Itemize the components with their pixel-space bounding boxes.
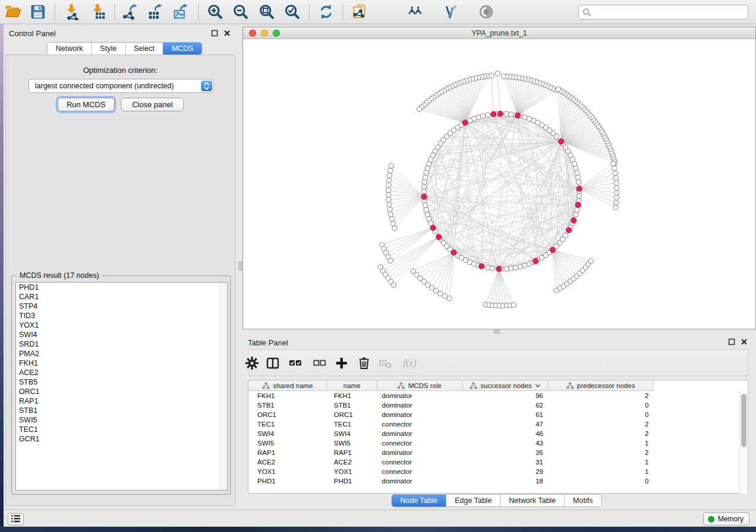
- tab-mcds[interactable]: MCDS: [163, 43, 202, 55]
- tab-motifs[interactable]: Motifs: [564, 495, 601, 507]
- main-toolbar: [0, 0, 756, 24]
- mcds-result-item[interactable]: STB1: [16, 406, 227, 415]
- deselect-all-button[interactable]: [311, 355, 328, 373]
- vertical-splitter[interactable]: [238, 24, 243, 509]
- tab-select[interactable]: Select: [126, 43, 164, 55]
- memory-button[interactable]: Memory: [703, 512, 749, 525]
- mcds-result-item[interactable]: FKH1: [16, 358, 227, 368]
- table-row[interactable]: YOX1YOX1connector291: [248, 467, 748, 476]
- refresh-view-button[interactable]: [317, 3, 336, 22]
- mcds-result-item[interactable]: PMA2: [16, 349, 227, 358]
- table-cell: YOX1: [327, 467, 377, 476]
- control-panel-close-button[interactable]: [224, 30, 231, 37]
- mcds-result-item[interactable]: STB5: [16, 377, 227, 387]
- export-network-button[interactable]: [122, 3, 141, 22]
- export-table-icon: [148, 4, 164, 20]
- mcds-result-item[interactable]: SWI5: [16, 415, 227, 425]
- table-row[interactable]: PHD1PHD1dominator180: [248, 476, 748, 486]
- mcds-result-item[interactable]: STP4: [16, 302, 227, 311]
- node-table: shared namenameMCDS rolesuccessor nodesp…: [248, 380, 748, 493]
- new-network-from-selection-button[interactable]: [350, 3, 369, 22]
- network-window-titlebar[interactable]: YPA_prune.txt_1: [243, 27, 755, 39]
- mcds-result-item[interactable]: TID3: [16, 311, 227, 321]
- mcds-result-item[interactable]: CAR1: [16, 292, 227, 302]
- delete-column-button[interactable]: [355, 355, 373, 373]
- network-view-window: YPA_prune.txt_1: [243, 27, 756, 329]
- column-header-successor-nodes[interactable]: successor nodes: [462, 380, 548, 391]
- table-row[interactable]: ORC1ORC1dominator610: [248, 410, 748, 419]
- column-type-icon: [262, 382, 270, 389]
- mcds-result-item[interactable]: ORC1: [16, 387, 227, 396]
- run-mcds-button[interactable]: Run MCDS: [58, 98, 114, 111]
- table-row[interactable]: STB1STB1dominator620: [248, 400, 748, 410]
- tab-style[interactable]: Style: [92, 43, 126, 55]
- table-scrollbar-thumb[interactable]: [741, 394, 747, 447]
- search-box[interactable]: [578, 5, 748, 20]
- mcds-list-scrollbar[interactable]: [219, 283, 227, 490]
- float-window-icon: [211, 30, 218, 37]
- network-graph[interactable]: [243, 39, 755, 329]
- table-cell: 96: [462, 391, 548, 400]
- tab-node-table[interactable]: Node Table: [392, 495, 446, 507]
- zoom-in-button[interactable]: [206, 3, 225, 22]
- zoom-selected-button[interactable]: [283, 3, 302, 22]
- network-canvas[interactable]: [243, 39, 755, 329]
- tab-network[interactable]: Network: [47, 43, 92, 55]
- table-cell: connector: [377, 457, 462, 467]
- close-panel-button[interactable]: Close panel: [121, 98, 184, 111]
- table-cell: STB1: [327, 400, 377, 410]
- add-column-button[interactable]: [333, 355, 350, 373]
- save-session-button[interactable]: [28, 3, 47, 22]
- mcds-result-item[interactable]: ACE2: [16, 368, 227, 377]
- table-row[interactable]: FKH1FKH1dominator962: [248, 391, 748, 400]
- mcds-result-item[interactable]: TEC1: [16, 425, 227, 434]
- select-all-button[interactable]: [286, 355, 304, 373]
- tab-edge-table[interactable]: Edge Table: [446, 495, 500, 507]
- tab-network-table[interactable]: Network Table: [500, 495, 564, 507]
- column-header-label: successor nodes: [480, 382, 531, 389]
- table-row[interactable]: ACE2ACE2connector311: [248, 457, 748, 467]
- control-panel-float-button[interactable]: [211, 30, 218, 37]
- horizontal-splitter[interactable]: [243, 329, 756, 334]
- zoom-out-button[interactable]: [231, 3, 250, 22]
- column-header-label: MCDS role: [408, 382, 441, 389]
- export-table-button[interactable]: [146, 3, 165, 22]
- column-header-MCDS-role[interactable]: MCDS role: [377, 380, 462, 391]
- first-neighbors-button[interactable]: [406, 3, 425, 22]
- zoom-fit-button[interactable]: [257, 3, 276, 22]
- table-settings-button[interactable]: [243, 355, 261, 373]
- hide-graphics-details-button[interactable]: [441, 3, 460, 22]
- mcds-result-item[interactable]: YOX1: [16, 321, 227, 330]
- search-input[interactable]: [594, 6, 745, 18]
- task-history-button[interactable]: [8, 513, 24, 525]
- import-network-button[interactable]: [62, 3, 81, 22]
- table-cell: 18: [462, 476, 548, 486]
- column-header-shared-name[interactable]: shared name: [248, 380, 327, 391]
- column-header-predecessor-nodes[interactable]: predecessor nodes: [548, 380, 653, 391]
- table-scrollbar[interactable]: [739, 391, 748, 493]
- import-table-button[interactable]: [88, 3, 107, 22]
- table-row[interactable]: RAP1RAP1dominator352: [248, 448, 748, 457]
- column-visibility-button[interactable]: [264, 355, 282, 373]
- export-image-button[interactable]: [172, 3, 191, 22]
- column-header-name[interactable]: name: [327, 380, 377, 391]
- splitter-grip[interactable]: [238, 261, 242, 271]
- mcds-result-item[interactable]: SWI4: [16, 330, 227, 339]
- mcds-result-list[interactable]: PHD1CAR1STP4TID3YOX1SWI4SRD1PMA2FKH1ACE2…: [15, 282, 228, 491]
- float-window-icon: [728, 338, 735, 345]
- mcds-result-item[interactable]: PHD1: [16, 283, 227, 292]
- table-row[interactable]: TEC1TEC1connector472: [248, 419, 748, 429]
- table-cell: dominator: [377, 410, 462, 419]
- table-row[interactable]: SWI4SWI4dominator462: [248, 429, 748, 438]
- mcds-result-item[interactable]: RAP1: [16, 396, 227, 406]
- criterion-dropdown[interactable]: largest connected component (undirected): [28, 79, 214, 93]
- open-session-button[interactable]: [4, 3, 23, 22]
- mcds-result-item[interactable]: SRD1: [16, 339, 227, 349]
- table-cell: ORC1: [248, 410, 327, 419]
- table-panel-float-button[interactable]: [728, 338, 735, 345]
- show-graphics-details-button[interactable]: [477, 3, 496, 22]
- table-panel-close-button[interactable]: [741, 338, 748, 345]
- export-image-icon: [173, 4, 190, 20]
- mcds-result-item[interactable]: GCR1: [16, 434, 227, 444]
- table-row[interactable]: SWI5SWI5connector431: [248, 438, 748, 448]
